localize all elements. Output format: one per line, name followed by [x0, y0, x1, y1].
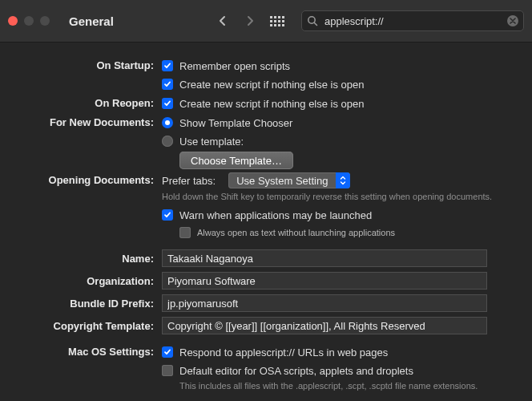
startup-create-new-script-checkbox[interactable] — [162, 79, 173, 90]
prefer-tabs-label: Prefer tabs: — [162, 175, 216, 187]
use-template-label: Use template: — [179, 136, 244, 148]
copyright-template-label: Copyright Template: — [0, 320, 162, 332]
titlebar: General — [0, 0, 532, 42]
close-window-button[interactable] — [8, 16, 18, 26]
bundle-id-prefix-label: Bundle ID Prefix: — [0, 298, 162, 310]
svg-line-1 — [314, 22, 316, 25]
warn-launch-checkbox[interactable] — [162, 209, 173, 221]
zoom-window-button[interactable] — [40, 16, 50, 26]
default-osa-editor-label: Default editor for OSA scripts, applets … — [179, 365, 413, 377]
grid-icon — [270, 16, 284, 26]
search-icon — [307, 15, 318, 26]
preferences-window: General — [0, 0, 532, 401]
on-reopen-label: On Reopen: — [0, 95, 162, 111]
reopen-create-new-script-checkbox[interactable] — [162, 98, 173, 109]
show-template-chooser-label: Show Template Chooser — [179, 117, 292, 129]
warn-launch-label: Warn when applications may be launched — [179, 209, 372, 221]
mac-os-settings-label: Mac OS Settings: — [0, 344, 162, 391]
reopen-create-new-script-label: Create new script if nothing else is ope… — [179, 98, 365, 110]
always-open-text-checkbox[interactable] — [179, 227, 191, 238]
forward-button[interactable] — [244, 14, 256, 27]
startup-create-new-script-label: Create new script if nothing else is ope… — [179, 79, 365, 91]
window-controls — [8, 16, 50, 26]
organization-field[interactable] — [162, 272, 487, 290]
show-template-chooser-radio[interactable] — [162, 117, 173, 128]
respond-applescript-url-checkbox[interactable] — [162, 346, 173, 358]
minimize-window-button[interactable] — [24, 16, 34, 26]
content-area: On Startup: Remember open scripts Create… — [0, 42, 532, 401]
organization-label: Organization: — [0, 275, 162, 287]
prefer-tabs-value: Use System Setting — [236, 175, 328, 187]
respond-applescript-url-label: Respond to applescript:// URLs in web pa… — [179, 346, 388, 358]
clear-search-button[interactable] — [507, 15, 518, 26]
toolbar-nav — [216, 14, 284, 27]
search-input[interactable] — [323, 14, 502, 28]
new-documents-label: For New Documents: — [0, 115, 162, 169]
opening-documents-label: Opening Documents: — [0, 172, 162, 240]
default-osa-editor-checkbox[interactable] — [162, 365, 173, 376]
choose-template-button[interactable]: Choose Template… — [179, 152, 293, 169]
remember-open-scripts-label: Remember open scripts — [179, 60, 290, 72]
remember-open-scripts-checkbox[interactable] — [162, 60, 173, 71]
search-field-wrapper[interactable] — [301, 10, 524, 31]
prefer-tabs-popup[interactable]: Use System Setting — [228, 172, 350, 188]
window-title: General — [69, 14, 114, 28]
on-startup-label: On Startup: — [0, 58, 162, 92]
back-button[interactable] — [216, 14, 229, 27]
always-open-text-label: Always open as text without launching ap… — [197, 228, 395, 237]
default-osa-editor-hint: This includes all files with the .apples… — [179, 381, 513, 391]
popup-arrows-icon — [336, 172, 350, 188]
copyright-template-field[interactable] — [162, 317, 487, 334]
show-all-button[interactable] — [271, 14, 284, 27]
prefer-tabs-hint: Hold down the Shift key to temporarily r… — [162, 192, 513, 201]
bundle-id-prefix-field[interactable] — [162, 294, 487, 312]
use-template-radio[interactable] — [162, 136, 173, 147]
x-icon — [510, 18, 516, 24]
name-field[interactable] — [162, 249, 487, 267]
name-label: Name: — [0, 253, 162, 265]
